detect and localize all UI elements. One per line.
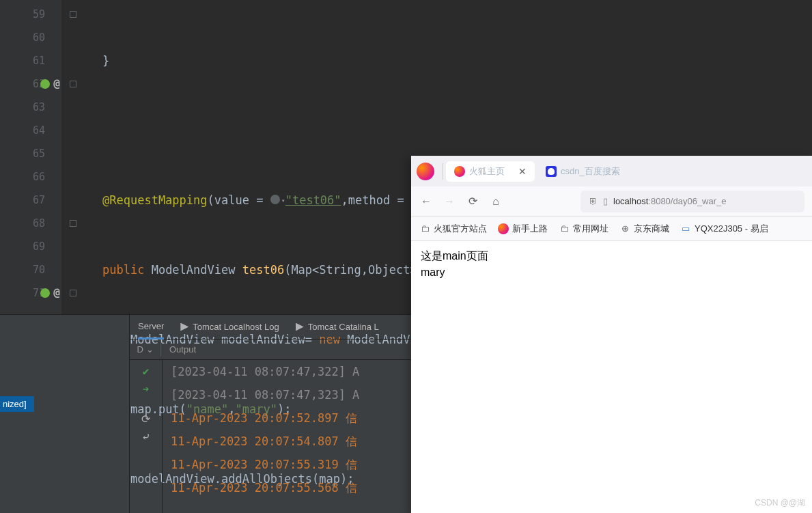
refresh-icon[interactable]: ⟳ xyxy=(141,413,152,424)
window-icon: ▭ xyxy=(680,223,691,234)
page-text: mary xyxy=(421,264,803,281)
browser-tab-csdn[interactable]: csdn_百度搜索 xyxy=(537,161,628,182)
url-bar[interactable]: ⛨ ▯ localhost:8080/day06_war_e xyxy=(580,191,804,212)
baidu-icon xyxy=(546,166,557,177)
header-d[interactable]: D ⌄ xyxy=(130,344,160,355)
browser-tab-firefox-home[interactable]: 火狐主页 ✕ xyxy=(446,161,535,182)
lock-icon[interactable]: ▯ xyxy=(603,196,608,206)
globe-icon: ⊕ xyxy=(619,223,630,234)
fold-icon[interactable] xyxy=(70,81,76,87)
folder-icon: 🗀 xyxy=(419,223,430,234)
browser-window: 火狐主页 ✕ csdn_百度搜索 ← → ⟳ ⌂ ⛨ ▯ localhost:8… xyxy=(411,156,812,513)
play-icon xyxy=(180,323,188,331)
bookmark-yqx[interactable]: ▭YQX22J305 - 易启 xyxy=(680,223,768,235)
chevron-down-icon[interactable]: ⌄ xyxy=(146,344,154,355)
sidebar-label: nized] xyxy=(0,396,34,412)
play-icon xyxy=(296,323,304,331)
page-text: 这是main页面 xyxy=(421,248,803,264)
tab-tomcat-localhost[interactable]: Tomcat Localhost Log xyxy=(180,315,279,339)
reload-icon[interactable]: ⟳ xyxy=(466,195,479,208)
bookmark-firefox-official[interactable]: 🗀火狐官方站点 xyxy=(419,223,487,235)
tab-server[interactable]: Server xyxy=(138,315,164,339)
header-output: Output xyxy=(161,344,196,355)
panel-left-strip xyxy=(0,315,130,513)
home-icon[interactable]: ⌂ xyxy=(489,195,503,208)
page-content: 这是main页面 mary xyxy=(411,241,812,288)
browser-nav-bar: ← → ⟳ ⌂ ⛨ ▯ localhost:8080/day06_war_e xyxy=(411,186,812,217)
spring-icon[interactable] xyxy=(40,79,50,89)
back-icon[interactable]: ← xyxy=(419,195,433,208)
tab-label: csdn_百度搜索 xyxy=(561,165,620,178)
check-icon[interactable]: ✔ xyxy=(141,365,152,376)
code-line: } xyxy=(102,49,812,72)
firefox-logo-icon[interactable] xyxy=(417,163,434,180)
url-text: localhost:8080/day06_war_e xyxy=(613,196,727,206)
forward-icon[interactable]: → xyxy=(443,195,456,208)
spring-icon[interactable] xyxy=(40,288,50,298)
close-icon[interactable]: ✕ xyxy=(518,166,527,177)
at-icon[interactable]: @ xyxy=(53,72,60,96)
bookmarks-bar: 🗀火狐官方站点 新手上路 🗀常用网址 ⊕京东商城 ▭YQX22J305 - 易启 xyxy=(411,217,812,241)
globe-icon[interactable] xyxy=(270,195,280,204)
return-icon[interactable]: ⤶ xyxy=(141,431,152,442)
folder-icon: 🗀 xyxy=(559,223,570,234)
tab-tomcat-catalina[interactable]: Tomcat Catalina L xyxy=(296,315,379,339)
bookmark-jd[interactable]: ⊕京东商城 xyxy=(619,223,669,235)
bookmark-newbie[interactable]: 新手上路 xyxy=(498,223,548,235)
deploy-icon[interactable]: ➔ xyxy=(141,383,152,394)
fold-icon[interactable] xyxy=(70,220,76,227)
firefox-icon xyxy=(498,223,509,234)
shield-icon[interactable]: ⛨ xyxy=(589,196,598,206)
fold-icon[interactable] xyxy=(70,290,76,296)
line-gutter: 59 60 61 62@ 63 64 65 66 67 68 69 70 71@ xyxy=(0,0,61,314)
tab-label: 火狐主页 xyxy=(469,165,505,178)
fold-icon[interactable] xyxy=(70,11,76,18)
firefox-icon xyxy=(454,166,465,177)
at-icon[interactable]: @ xyxy=(53,281,60,305)
watermark: CSDN @@湖 xyxy=(755,497,805,509)
bookmark-common[interactable]: 🗀常用网址 xyxy=(559,223,608,235)
console-toolbar: ✔ ➔ ⟳ ⤶ xyxy=(130,360,163,513)
browser-tab-strip: 火狐主页 ✕ csdn_百度搜索 xyxy=(411,156,812,186)
